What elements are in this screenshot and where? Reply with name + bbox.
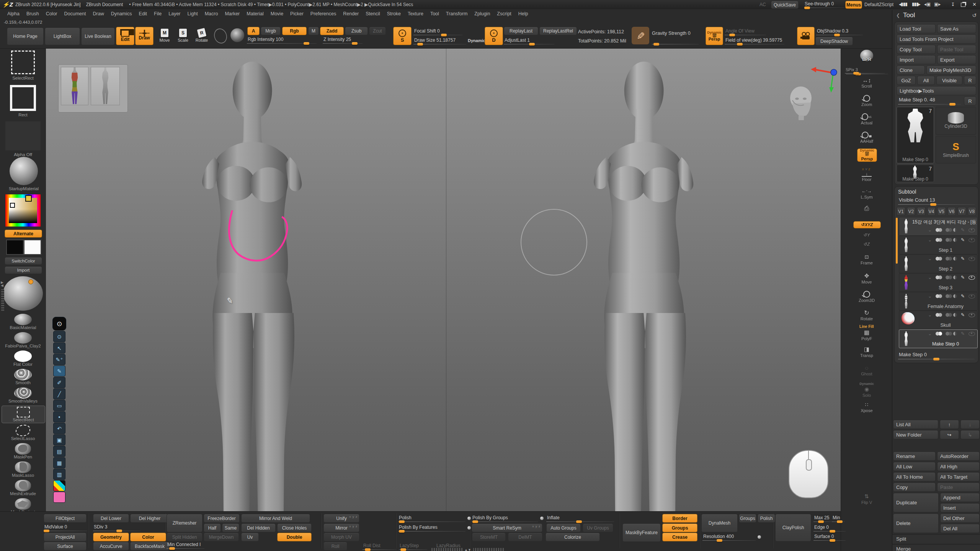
live-boolean-button[interactable]: Live Boolean — [81, 28, 115, 45]
annotation-trash-icon[interactable]: ▣ — [53, 434, 65, 445]
move-up-button[interactable]: ↑ — [940, 420, 959, 429]
all-low-button[interactable]: All Low — [893, 462, 936, 471]
scale-button[interactable]: SScale — [175, 27, 191, 44]
restore-button[interactable] — [961, 3, 965, 7]
annotation-undo-icon[interactable]: ↶ — [53, 423, 65, 434]
clay-polish-max-slider[interactable]: Max 25 — [813, 515, 832, 522]
dynamic-draw-size-toggle[interactable]: Dynamic — [468, 38, 485, 43]
menu-item[interactable]: Zscript — [493, 10, 515, 18]
replay-last-rel-button[interactable]: ReplayLastRel — [539, 27, 577, 35]
move-into-folder-button[interactable]: ↪ — [940, 430, 959, 439]
menu-item[interactable]: Color — [42, 10, 61, 18]
backface-mask-button[interactable]: BackfaceMask — [130, 542, 169, 551]
subtool-item[interactable]: ⌄✎ Female Anatomy — [899, 292, 978, 311]
all-high-button[interactable]: All High — [937, 462, 980, 471]
auto-groups-button[interactable]: Auto Groups — [546, 523, 581, 532]
gravity-strength-slider[interactable] — [652, 37, 699, 44]
menu-item[interactable]: Movie — [267, 10, 287, 18]
brush-maskpen[interactable]: MaskPen — [0, 443, 46, 459]
home-page-button[interactable]: Home Page — [7, 28, 44, 45]
left-tray-toggle-icon[interactable]: ◂▮▮▮ — [899, 2, 907, 7]
menu-item[interactable]: Preferences — [307, 10, 340, 18]
annotation-clipboard-icon[interactable]: ▥ — [53, 469, 65, 480]
close-button[interactable]: ✕ — [972, 2, 977, 7]
rotate-button[interactable]: RRotate — [193, 27, 211, 44]
default-zscript-button[interactable]: DefaultZScript — [864, 2, 893, 7]
stroke-selectrect[interactable]: SelectRect — [5, 51, 41, 80]
switch-color-button[interactable]: SwitchColor — [5, 257, 42, 265]
current-tool-thumbnail[interactable]: 7 Make Step 0 — [897, 107, 934, 163]
next-doc-icon[interactable]: ▣▸ — [934, 2, 941, 7]
brush-selectrect-active[interactable]: SelectRect — [2, 406, 45, 423]
menu-item[interactable]: Macro — [201, 10, 222, 18]
del-hidden-button[interactable]: Del Hidden — [241, 523, 276, 532]
move-out-folder-button[interactable]: ↳ — [960, 430, 980, 439]
tool-reset-icon[interactable]: ↺ — [972, 12, 977, 18]
minimize-button[interactable]: ↧ — [951, 2, 955, 7]
clay-polish-edge-slider[interactable]: Edge 0 — [813, 525, 846, 531]
append-button[interactable]: Append — [940, 493, 980, 502]
copy-subtool-button[interactable]: Copy — [893, 483, 936, 492]
startup-material[interactable]: StartupMaterial — [5, 157, 42, 191]
annotation-print-icon[interactable]: ▤ — [53, 446, 65, 457]
annotation-line-icon[interactable]: ╱ — [53, 388, 65, 399]
uv-groups-button[interactable]: Uv Groups — [583, 523, 613, 532]
sv-handle[interactable] — [10, 203, 15, 208]
snapshot-thumb-colored[interactable] — [61, 67, 88, 105]
field-of-view-slider[interactable]: Field of view(deg) 39.59775 — [725, 37, 784, 44]
menu-item[interactable]: Alpha — [4, 10, 23, 18]
make-polymesh3d-button[interactable]: Make PolyMesh3D — [926, 65, 976, 75]
subtool-item[interactable]: ⌄✎ Step 3 — [899, 273, 978, 292]
color-button[interactable]: Color — [130, 533, 166, 541]
xpose-button[interactable]: ∷Xpose — [843, 401, 890, 413]
dynamesh-polish-button[interactable]: Polish — [758, 514, 775, 523]
split-hidden-button[interactable]: Split Hidden — [167, 533, 203, 541]
menu-item[interactable]: Material — [243, 10, 267, 18]
load-tools-from-project-button[interactable]: Load Tools From Project — [897, 34, 976, 44]
subtool-view-tab[interactable]: V8 — [968, 207, 977, 216]
simplebrush-tool[interactable]: SSimpleBrush — [936, 136, 976, 164]
stroke-rect[interactable]: Rect — [5, 85, 41, 117]
all-to-home-button[interactable]: All To Home — [893, 472, 936, 481]
geometry-button[interactable]: Geometry — [93, 533, 129, 541]
menu-item[interactable]: Tool — [427, 10, 443, 18]
snapshot-thumb-gray[interactable] — [91, 67, 120, 105]
make-step-slider[interactable]: Make Step 0. 48 — [897, 96, 962, 106]
menu-item[interactable]: Texture — [404, 10, 427, 18]
clay-polish-surface-slider[interactable]: Surface 0 — [813, 534, 846, 541]
angle-of-view-slider[interactable]: Angle Of View — [725, 28, 766, 35]
menu-item[interactable]: Dynamics — [108, 10, 136, 18]
move-button[interactable]: MMove — [156, 27, 173, 44]
subtool-make-step-slider[interactable]: Make Step 0 — [897, 351, 976, 360]
double-button[interactable]: Double — [277, 533, 312, 541]
half-button[interactable]: Half — [204, 523, 221, 532]
polish-mode-dot[interactable] — [467, 517, 471, 520]
gyro-y-button[interactable]: ↺Y — [843, 233, 890, 238]
unify-button[interactable]: Unifyx y z — [323, 514, 359, 523]
transp-button[interactable]: ◨Transp — [843, 346, 890, 358]
merge-section-header[interactable]: Merge — [892, 544, 980, 551]
mirror-button[interactable]: Mirrorx y z — [323, 523, 359, 532]
del-other-button[interactable]: Del Other — [940, 514, 980, 523]
split-section-header[interactable]: Split — [892, 534, 980, 543]
obj-shadow-slider[interactable]: ObjShadow 0.3 — [816, 28, 863, 35]
menu-item[interactable]: Draw — [90, 10, 108, 18]
subtool-item-folder[interactable]: 15강 여성 3단계 바디 각상 - [등] ⌄✎ — [899, 217, 978, 236]
subtool-item[interactable]: ⌄✎ Step 1 — [899, 236, 978, 254]
color-picker[interactable] — [5, 194, 41, 227]
same-button[interactable]: Same — [222, 523, 239, 532]
annotation-eraser-icon[interactable]: ▭ — [53, 400, 65, 411]
clay-polish-button[interactable]: ClayPolish — [775, 514, 811, 541]
freeze-border-button[interactable]: FreezeBorder — [204, 514, 240, 523]
document-canvas[interactable]: ✎ ⊙ ⊙ ↖ ✎⁺ ✎ ✐ ╱ ▭ • ↶ ▣ ▤ — [46, 48, 841, 511]
subtool-item[interactable]: ⌄✎ Step 2 — [899, 254, 978, 273]
menu-item[interactable]: Marker — [221, 10, 243, 18]
annotation-palette-icon[interactable] — [53, 480, 65, 491]
new-folder-button[interactable]: New Folder — [893, 430, 938, 439]
move-down-button[interactable]: ↓ — [960, 420, 980, 429]
morph-uv-button[interactable]: Morph UV — [323, 533, 359, 541]
subtool-view-tab[interactable]: V7 — [957, 207, 966, 216]
rename-button[interactable]: Rename — [893, 452, 936, 461]
prev-doc-icon[interactable]: ◂▣ — [924, 2, 931, 7]
dynamesh-groups-button[interactable]: Groups — [739, 514, 756, 523]
